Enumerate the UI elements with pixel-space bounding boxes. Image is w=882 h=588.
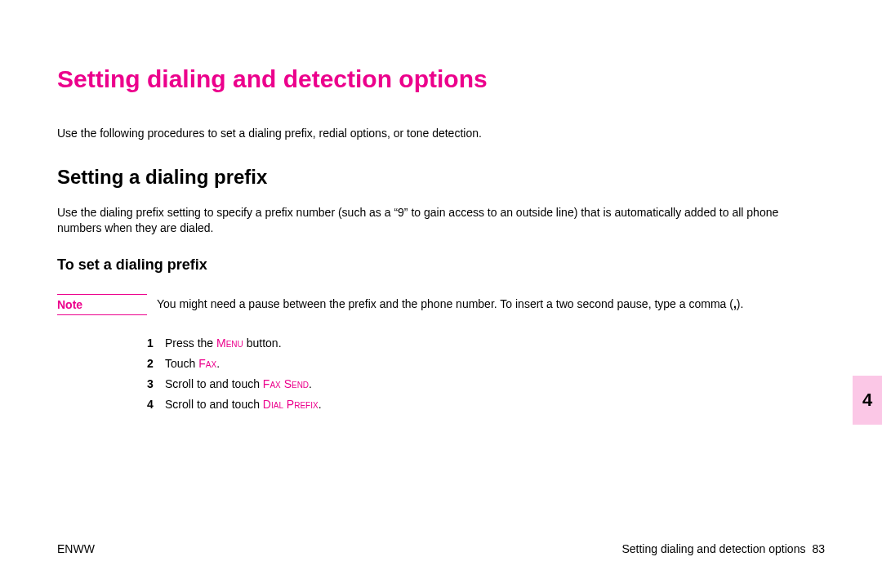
- footer-section-title: Setting dialing and detection options: [621, 542, 805, 555]
- dial-prefix-keyword: Dial Prefix: [263, 398, 318, 411]
- step-3: 3 Scroll to and touch Fax Send.: [147, 374, 825, 394]
- note-label-text: Note: [57, 298, 114, 311]
- fax-keyword: Fax: [198, 357, 216, 370]
- step-4-num: 4: [147, 394, 165, 415]
- footer-left: ENWW: [57, 542, 95, 555]
- page-number: 83: [812, 542, 825, 555]
- prefix-paragraph: Use the dialing prefix setting to specif…: [57, 205, 825, 236]
- step-4a: Scroll to and touch: [165, 398, 263, 411]
- step-3c: .: [309, 377, 312, 390]
- intro-paragraph: Use the following procedures to set a di…: [57, 126, 825, 141]
- step-4c: .: [318, 398, 322, 411]
- step-1a: Press the: [165, 336, 216, 350]
- heading-2: Setting a dialing prefix: [57, 166, 825, 189]
- note-text-a: You might need a pause between the prefi…: [157, 297, 733, 310]
- step-2a: Touch: [165, 357, 198, 370]
- note-text-c: ).: [737, 297, 744, 310]
- step-1c: button.: [243, 336, 282, 350]
- fax-send-keyword: Fax Send: [263, 377, 309, 390]
- note-block: Note You might need a pause between the …: [57, 294, 825, 315]
- step-3-num: 3: [147, 374, 165, 394]
- step-1-num: 1: [147, 333, 165, 354]
- footer-right: Setting dialing and detection options83: [621, 542, 825, 555]
- heading-3: To set a dialing prefix: [57, 256, 825, 274]
- steps-list: 1 Press the Menu button. 2 Touch Fax. 3 …: [147, 333, 825, 416]
- step-4-text: Scroll to and touch Dial Prefix.: [165, 394, 825, 415]
- page: Setting dialing and detection options Us…: [0, 0, 882, 588]
- step-2c: .: [216, 357, 220, 370]
- note-label: Note: [57, 294, 147, 315]
- chapter-tab: 4: [853, 376, 882, 425]
- step-1: 1 Press the Menu button.: [147, 333, 825, 354]
- step-2-num: 2: [147, 354, 165, 374]
- step-3a: Scroll to and touch: [165, 377, 263, 390]
- footer: ENWW Setting dialing and detection optio…: [57, 542, 825, 555]
- heading-1: Setting dialing and detection options: [57, 65, 825, 93]
- step-4: 4 Scroll to and touch Dial Prefix.: [147, 394, 825, 415]
- step-2-text: Touch Fax.: [165, 354, 825, 374]
- step-2: 2 Touch Fax.: [147, 354, 825, 374]
- step-1-text: Press the Menu button.: [165, 333, 825, 354]
- menu-keyword: Menu: [216, 336, 243, 350]
- step-3-text: Scroll to and touch Fax Send.: [165, 374, 825, 394]
- note-text: You might need a pause between the prefi…: [157, 294, 825, 313]
